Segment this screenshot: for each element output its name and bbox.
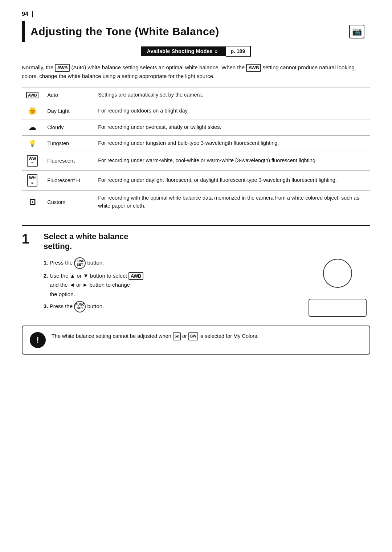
page-number-text: 94 [22, 11, 33, 17]
camera-icon-box: 📷 [349, 25, 364, 38]
camera-icon: 📷 [352, 27, 362, 36]
step-number: 1 [22, 232, 44, 317]
table-row: AWB Auto Settings are automatically set … [22, 87, 370, 103]
or-text-2: or [76, 282, 81, 288]
shooting-modes-badge: Available Shooting Modes » [141, 46, 226, 56]
circle-diagram [323, 259, 352, 288]
wb-icon-cell: WW≡ [22, 151, 43, 170]
step-instruction-1: 1. Press the FUNCSET button. [44, 257, 298, 269]
step-with-diagram: 1. Press the FUNCSET button. 2. Use the … [44, 257, 370, 317]
wb-name-cell: Auto [43, 87, 94, 103]
table-row: 🌞 Day Light For recording outdoors on a … [22, 103, 370, 119]
awb-icon: AWB [26, 92, 38, 98]
fluorescent-icon: WW≡ [27, 155, 38, 167]
awb-icon-1: AWB [55, 64, 70, 72]
wb-icon-cell: 🌞 [22, 103, 43, 119]
wb-name-cell: Tungsten [43, 135, 94, 151]
or-text-1: or [77, 273, 82, 279]
wb-desc-cell: For recording under daylight fluorescent… [94, 170, 370, 190]
wb-desc-cell: For recording under warm-white, cool-whi… [94, 151, 370, 170]
step-instruction-2: 2. Use the ▲ or ▼ button to select AWB a… [44, 271, 298, 299]
custom-icon: ⊡ [29, 197, 36, 207]
func-set-button-2: FUNCSET [74, 301, 86, 312]
table-row: ⊡ Custom For recording with the optimal … [22, 191, 370, 214]
awb-icon-2: AWB [246, 64, 261, 72]
step-content: Select a white balancesetting. 1. Press … [44, 232, 370, 317]
func-btn-label-2: FUNCSET [75, 303, 85, 310]
sun-icon: 🌞 [28, 107, 37, 115]
wb-name-cell: Cloudy [43, 119, 94, 135]
bw-icon: BW [188, 332, 198, 340]
step-text-col: 1. Press the FUNCSET button. 2. Use the … [44, 257, 298, 315]
wb-icon-cell: AWB [22, 87, 43, 103]
wb-desc-cell: For recording outdoors on a bright day. [94, 103, 370, 119]
note-text-after: is selected for My Colors. [200, 333, 259, 339]
wb-desc-cell: For recording with the optimal white bal… [94, 191, 370, 214]
shooting-modes-label: Available Shooting Modes [147, 48, 213, 54]
func-btn-label-1: FUNCSET [75, 259, 85, 267]
note-icon-label: ! [36, 335, 39, 345]
wb-table: AWB Auto Settings are automatically set … [22, 87, 370, 214]
wb-desc-cell: For recording under tungsten and bulb-ty… [94, 135, 370, 151]
note-or-text: or [182, 333, 188, 339]
intro-paragraph: Normally, the AWB (Auto) white balance s… [22, 63, 370, 81]
shooting-modes-arrow: » [215, 48, 218, 54]
shooting-modes-bar: Available Shooting Modes » p. 189 [22, 46, 370, 57]
tungsten-icon: 💡 [28, 140, 36, 147]
rect-diagram [309, 299, 367, 317]
wb-desc-cell: For recording under overcast, shady or t… [94, 119, 370, 135]
step-instruction-3: 3. Press the FUNCSET button. [44, 301, 298, 312]
fluorescent-h-icon: WH≡ [27, 174, 37, 187]
table-row: 💡 Tungsten For recording under tungsten … [22, 135, 370, 151]
note-box: ! The white balance setting cannot be ad… [22, 326, 370, 355]
step-diagram-col [305, 257, 370, 317]
wb-icon-cell: ☁ [22, 119, 43, 135]
wb-icon-cell: 💡 [22, 135, 43, 151]
step-heading: Select a white balancesetting. [44, 232, 370, 252]
step-heading-text: Select a white balancesetting. [44, 232, 128, 251]
table-row: WW≡ Fluorescent For recording under warm… [22, 151, 370, 170]
section-header: Adjusting the Tone (White Balance) 📷 [22, 21, 370, 42]
wb-name-cell: Fluorescent H [43, 170, 94, 190]
func-set-button-1: FUNCSET [74, 257, 86, 269]
wb-icon-cell: ⊡ [22, 191, 43, 214]
note-text-before: The white balance setting cannot be adju… [52, 333, 173, 339]
wb-name-cell: Fluorescent [43, 151, 94, 170]
page-wrapper: 94 Adjusting the Tone (White Balance) 📷 … [0, 0, 392, 552]
section-title: Adjusting the Tone (White Balance) [30, 25, 219, 38]
intro-part2: (Auto) white balance setting selects an … [71, 64, 246, 70]
wb-desc-cell: Settings are automatically set by the ca… [94, 87, 370, 103]
wb-name-cell: Day Light [43, 103, 94, 119]
note-warning-icon: ! [30, 332, 46, 348]
step-instructions: 1. Press the FUNCSET button. 2. Use the … [44, 257, 298, 313]
shooting-modes-page-ref: p. 189 [226, 46, 251, 57]
intro-part1: Normally, the [22, 64, 55, 70]
note-text: The white balance setting cannot be adju… [52, 332, 258, 340]
awb-icon-select: AWB [128, 272, 143, 280]
table-row: ☁ Cloudy For recording under overcast, s… [22, 119, 370, 135]
table-row: WH≡ Fluorescent H For recording under da… [22, 170, 370, 190]
cloud-icon: ☁ [29, 123, 36, 131]
wb-icon-cell: WH≡ [22, 170, 43, 190]
step-section-1: 1 Select a white balancesetting. 1. Pres… [22, 225, 370, 317]
wb-name-cell: Custom [43, 191, 94, 214]
sepia-icon: Se [173, 332, 181, 340]
page-number: 94 [22, 11, 370, 17]
